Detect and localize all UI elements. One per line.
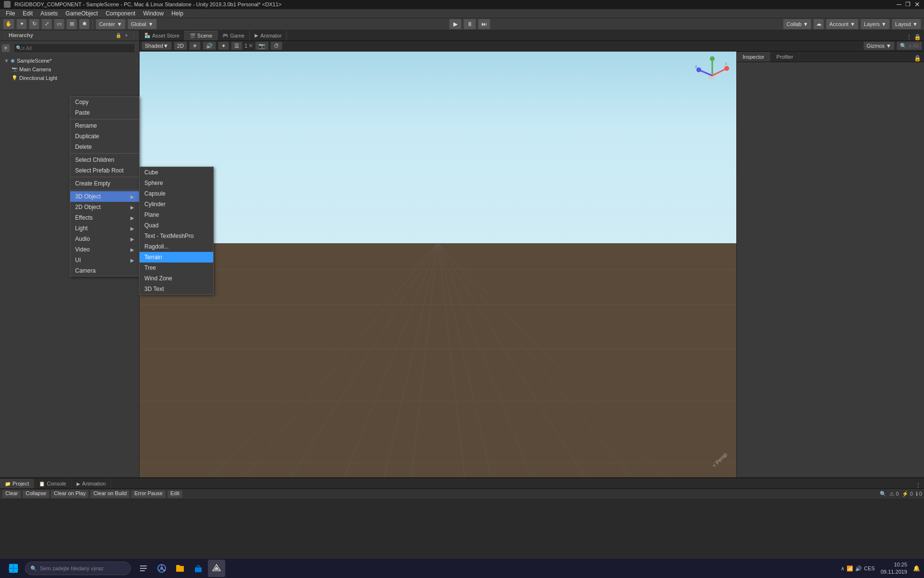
ctx-camera[interactable]: Camera	[70, 265, 139, 276]
hierarchy-search[interactable]: 🔍	[13, 43, 135, 53]
tab-inspector[interactable]: Inspector	[737, 52, 770, 62]
submenu-plane[interactable]: Plane	[140, 210, 213, 220]
tool-custom[interactable]: ✱	[79, 19, 90, 29]
submenu-terrain[interactable]: Terrain	[140, 252, 213, 263]
ctx-create-empty[interactable]: Create Empty	[70, 178, 139, 189]
gizmos-dropdown[interactable]: Gizmos ▼	[863, 41, 895, 50]
ctx-light[interactable]: Light ▶	[70, 223, 139, 234]
ctx-2d-object[interactable]: 2D Object ▶	[70, 202, 139, 212]
scene-fx-btn[interactable]: ✦	[218, 41, 229, 50]
start-button[interactable]	[4, 561, 23, 576]
hierarchy-search-input[interactable]	[22, 45, 133, 51]
tab-game[interactable]: 🎮 Game	[218, 31, 250, 40]
hierarchy-more[interactable]: ⋮	[131, 32, 136, 39]
submenu-quad[interactable]: Quad	[140, 220, 213, 231]
ctx-rename[interactable]: Rename	[70, 120, 139, 131]
viewport-lock-btn[interactable]: 🔒	[914, 34, 921, 40]
tab-profiler[interactable]: Profiler	[770, 52, 799, 62]
scene-hidden-btn[interactable]: ☰	[231, 41, 243, 50]
taskbar-chrome[interactable]	[153, 560, 170, 577]
submenu-tree[interactable]: Tree	[140, 263, 213, 273]
hierarchy-camera[interactable]: 📷 Main Camera	[0, 65, 139, 74]
ctx-duplicate[interactable]: Duplicate	[70, 131, 139, 142]
hierarchy-light[interactable]: 💡 Directional Light	[0, 74, 139, 82]
submenu-cube[interactable]: Cube	[140, 167, 213, 178]
viewport-more-btn[interactable]: ⋮	[906, 34, 912, 40]
ctx-paste[interactable]: Paste	[70, 107, 139, 118]
gizmo-widget[interactable]: X Y Z	[693, 56, 732, 95]
menu-file[interactable]: File	[2, 9, 19, 18]
hierarchy-add-btn[interactable]: +	[2, 44, 10, 52]
tool-scale[interactable]: ⤢	[41, 19, 52, 29]
shading-dropdown[interactable]: Shaded ▼	[141, 41, 172, 50]
clear-btn[interactable]: Clear	[2, 490, 21, 499]
notifications-btn[interactable]: 🔔	[913, 565, 920, 572]
inspector-lock[interactable]: 🔒	[914, 55, 921, 62]
camera-speed-btn[interactable]: ⏱	[270, 41, 282, 50]
taskbar-unity[interactable]	[208, 560, 225, 577]
ctx-video[interactable]: Video ▶	[70, 244, 139, 255]
collapse-btn[interactable]: Collapse	[22, 490, 50, 499]
menu-window[interactable]: Window	[139, 9, 167, 18]
scene-lighting-btn[interactable]: ☀	[189, 41, 201, 50]
bottom-more-btn[interactable]: ⋮	[915, 482, 921, 488]
hierarchy-add[interactable]: +	[125, 32, 128, 38]
tab-scene[interactable]: 🎬 Scene	[185, 31, 218, 40]
scene-dots[interactable]: ⋮	[135, 58, 139, 63]
tool-rect[interactable]: ▭	[54, 19, 64, 29]
layers-dropdown[interactable]: Layers ▼	[860, 19, 890, 29]
space-dropdown[interactable]: Global ▼	[128, 19, 157, 29]
hierarchy-scene[interactable]: ▼ ◉ SampleScene* ⋮	[0, 56, 139, 65]
ctx-effects[interactable]: Effects ▶	[70, 212, 139, 223]
collab-dropdown[interactable]: Collab ▼	[783, 19, 811, 29]
taskbar-cortana[interactable]	[135, 560, 152, 577]
tab-animator[interactable]: ▶ Animator	[250, 31, 287, 40]
pivot-dropdown[interactable]: Center ▼	[96, 19, 126, 29]
layout-dropdown[interactable]: Layout ▼	[892, 19, 921, 29]
account-dropdown[interactable]: Account ▼	[826, 19, 859, 29]
clear-on-build-btn[interactable]: Clear on Build	[90, 490, 130, 499]
submenu-3d-text[interactable]: 3D Text	[140, 284, 213, 294]
step-button[interactable]: ⏭	[478, 19, 490, 29]
submenu-cylinder[interactable]: Cylinder	[140, 199, 213, 210]
close-button[interactable]: ✕	[914, 0, 920, 8]
menu-help[interactable]: Help	[167, 9, 187, 18]
ctx-ui[interactable]: UI ▶	[70, 255, 139, 265]
tab-asset-store[interactable]: 🏪 Asset Store	[140, 31, 185, 40]
scene-overlay-x[interactable]: ✕	[248, 42, 253, 49]
systray-up-arrow[interactable]: ∧	[841, 565, 845, 572]
edit-btn[interactable]: Edit	[167, 490, 183, 499]
cloud-button[interactable]: ☁	[813, 19, 824, 29]
minimize-button[interactable]: ─	[897, 0, 901, 8]
error-pause-btn[interactable]: Error Pause	[131, 490, 166, 499]
ctx-delete[interactable]: Delete	[70, 142, 139, 152]
tool-hand[interactable]: ✋	[3, 19, 14, 29]
submenu-textmeshpro[interactable]: Text - TextMeshPro	[140, 231, 213, 241]
taskbar-explorer[interactable]	[171, 560, 189, 577]
scene-audio-btn[interactable]: 🔊	[203, 41, 216, 50]
menu-component[interactable]: Component	[102, 9, 139, 18]
submenu-capsule[interactable]: Capsule	[140, 188, 213, 199]
submenu-sphere[interactable]: Sphere	[140, 178, 213, 188]
menu-edit[interactable]: Edit	[19, 9, 37, 18]
hierarchy-lock[interactable]: 🔒	[116, 33, 121, 38]
taskbar-store[interactable]	[190, 560, 207, 577]
tool-move[interactable]: ✦	[16, 19, 27, 29]
submenu-wind-zone[interactable]: Wind Zone	[140, 273, 213, 284]
bottom-tab-animation[interactable]: ▶ Animation	[72, 479, 111, 488]
clear-on-play-btn[interactable]: Clear on Play	[51, 490, 89, 499]
menu-assets[interactable]: Assets	[37, 9, 62, 18]
ctx-copy[interactable]: Copy	[70, 97, 139, 107]
menu-gameobject[interactable]: GameObject	[62, 9, 102, 18]
pause-button[interactable]: ⏸	[463, 19, 476, 29]
taskbar-clock[interactable]: 10:25 09.11.2019	[877, 561, 911, 576]
ctx-audio[interactable]: Audio ▶	[70, 234, 139, 244]
ctx-select-prefab-root[interactable]: Select Prefab Root	[70, 165, 139, 176]
tool-transform[interactable]: ⊞	[66, 19, 77, 29]
taskbar-search[interactable]: 🔍 Sem zadejte hledaný výraz	[25, 562, 131, 575]
ctx-3d-object[interactable]: 3D Object ▶	[70, 191, 139, 202]
submenu-ragdoll[interactable]: Ragdoll...	[140, 241, 213, 252]
2d-toggle[interactable]: 2D	[174, 41, 187, 50]
bottom-tab-project[interactable]: 📁 Project	[0, 479, 34, 488]
ctx-select-children[interactable]: Select Children	[70, 155, 139, 165]
